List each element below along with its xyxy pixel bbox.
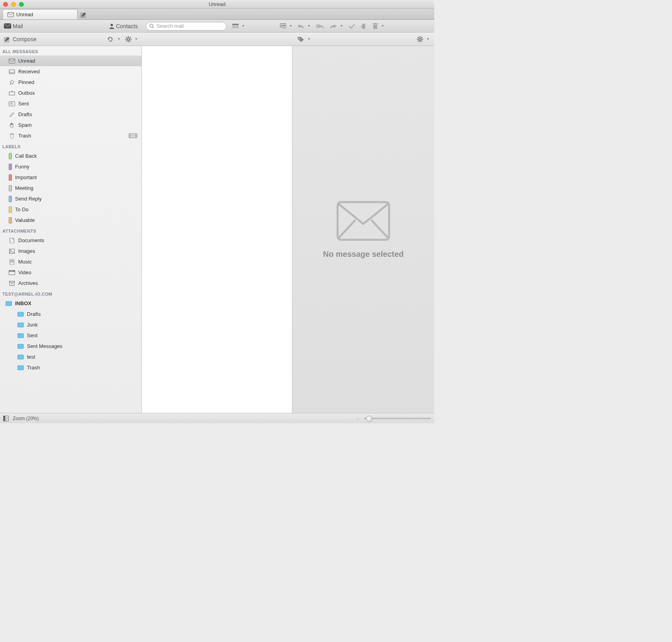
sidebar-item-label: Spam [18,122,32,128]
mark-done-button[interactable] [349,23,355,29]
svg-point-3 [111,24,113,26]
delete-button[interactable]: ▼ [372,23,384,29]
sidebar-label-call-back[interactable]: Call Back [0,151,141,161]
inbox-icon [9,69,15,74]
svg-rect-16 [374,23,376,24]
sidebar-folder-trash-sub[interactable]: Trash [0,362,141,373]
main-toolbar: Mail Contacts ▼ ▼ ▼ ▼ [0,20,434,32]
envelope-icon [8,12,14,17]
sidebar-item-label: Important [15,174,37,180]
tab-unread[interactable]: Unread [2,9,78,19]
sidebar-folder-test[interactable]: test [0,352,141,362]
contacts-tab-button[interactable]: Contacts [109,23,138,29]
chevron-down-icon: ▼ [426,37,430,41]
new-tab-compose-button[interactable] [78,10,89,19]
svg-point-51 [12,271,13,271]
svg-rect-7 [232,25,239,27]
disclosure-triangle-icon[interactable]: ▼ [0,302,2,306]
folder-icon [17,365,24,370]
sidebar-label-important[interactable]: Important [0,172,141,183]
sidebar-item-label: Unread [18,58,35,64]
sidebar-attach-images[interactable]: Images [0,246,141,256]
junk-button[interactable] [361,23,367,29]
sidebar-attach-archives[interactable]: Archives [0,278,141,289]
svg-rect-57 [4,416,6,421]
pencil-icon [9,112,15,117]
view-mode-button[interactable]: ▼ [232,24,245,28]
mail-tab-button[interactable]: Mail [4,23,23,29]
tag-button[interactable]: ▼ [297,36,311,42]
svg-point-13 [284,27,285,27]
chevron-down-icon: ▼ [307,24,311,28]
sidebar-section-all-messages: ALL MESSAGES [0,46,141,55]
chevron-down-icon: ▼ [289,24,292,28]
sidebar-item-label: Video [18,269,31,275]
reader-settings-button[interactable]: ▼ [417,36,430,42]
sidebar-item-label: Sent [27,332,38,338]
document-icon [9,238,15,243]
filter-gear-icon [280,23,286,29]
sidebar-label-funny[interactable]: Funny [0,161,141,172]
svg-line-23 [126,37,127,38]
sidebar-item-pinned[interactable]: Pinned [0,77,141,88]
zoom-slider[interactable] [364,418,431,419]
svg-point-18 [127,38,130,40]
sidebar-item-label: Pinned [18,79,34,85]
sidebar-item-received[interactable]: Received [0,66,141,77]
search-input[interactable] [157,23,223,29]
contacts-tab-label: Contacts [116,23,138,29]
gear-icon [125,36,132,42]
sidebar-label-valuable[interactable]: Valuable [0,215,141,225]
compose-button[interactable]: Compose [4,36,36,42]
sidebar-folder-drafts[interactable]: Drafts [0,309,141,319]
svg-line-5 [153,27,154,28]
folder-icon [17,312,24,317]
sidebar-item-label: Drafts [27,311,41,317]
reply-button[interactable]: ▼ [297,23,311,29]
sidebar-folder-sent[interactable]: Sent [0,330,141,341]
sidebar-label-meeting[interactable]: Meeting [0,183,141,193]
chevron-down-icon: ▼ [307,37,311,41]
chevron-down-icon: ▼ [381,24,384,28]
sidebar-label-to-do[interactable]: To Do [0,204,141,215]
refresh-icon [107,36,114,42]
sidebar-attach-music[interactable]: Music [0,256,141,267]
sidebar-attach-documents[interactable]: Documents [0,235,141,246]
sidebar-item-outbox[interactable]: Outbox [0,88,141,98]
sidebar-label-send-reply[interactable]: Send Reply [0,193,141,204]
window-title: Unread [0,1,434,7]
svg-rect-38 [9,92,15,95]
reply-icon [297,23,304,29]
filter-settings-button[interactable]: ▼ [280,23,292,29]
sidebar-folder-inbox[interactable]: ▼ INBOX [0,298,141,309]
sidebar-folder-junk[interactable]: Junk [0,319,141,330]
status-bar: Zoom (20%) ︿ [0,413,434,423]
refresh-button[interactable]: ▼ [107,36,120,42]
forward-button[interactable]: ▼ [330,23,343,29]
search-field[interactable] [146,22,227,31]
sidebar-item-label: Received [18,69,40,75]
sidebar-item-spam[interactable]: Spam [0,120,141,130]
hand-icon [9,122,15,128]
video-icon [9,270,15,275]
sidebar-item-sent[interactable]: Sent [0,98,141,109]
sidebar-section-labels: LABELS [0,141,141,151]
image-icon [9,249,15,254]
label-swatch-icon [9,153,12,159]
sidebar-item-label: Music [18,259,32,265]
svg-point-4 [150,24,153,27]
collapse-up-icon[interactable]: ︿ [356,416,360,421]
sidebar-attach-video[interactable]: Video [0,267,141,278]
svg-point-49 [10,271,10,271]
forward-icon [330,23,337,29]
sidebar-settings-button[interactable]: ▼ [125,36,138,42]
sidebar-item-unread[interactable]: Unread [0,55,141,66]
reply-all-button[interactable] [316,23,324,29]
label-swatch-icon [9,164,12,170]
sidebar-collapse-button[interactable] [3,416,9,421]
sidebar-folder-sent-messages[interactable]: Sent Messages [0,341,141,352]
sidebar-item-drafts[interactable]: Drafts [0,109,141,120]
sidebar-item-label: Archives [18,280,38,286]
svg-point-43 [10,250,11,251]
sidebar-item-trash[interactable]: Trash 11 [0,130,141,141]
